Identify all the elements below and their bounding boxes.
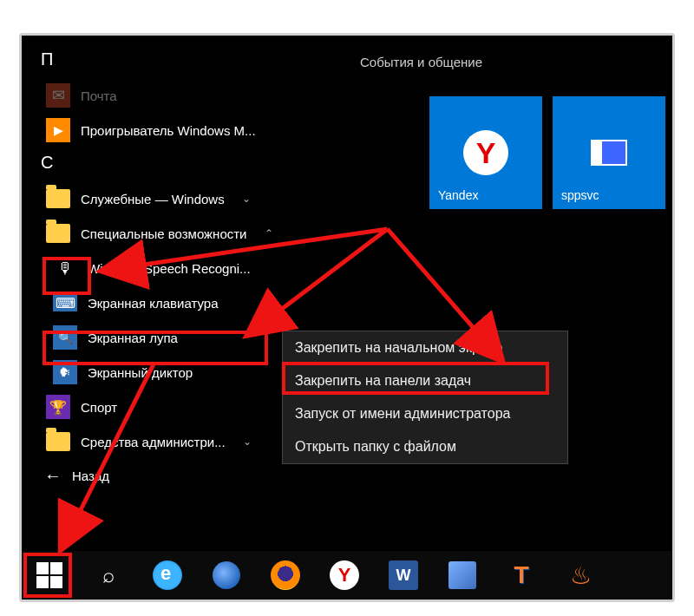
tile-sppsvc[interactable]: sppsvc	[553, 96, 665, 209]
tile-yandex[interactable]: Y Yandex	[429, 96, 542, 209]
context-open-folder[interactable]: Открыть папку с файлом	[283, 430, 567, 463]
tt-icon: T	[514, 561, 528, 589]
app-magnifier[interactable]: Экранная лупа	[39, 320, 317, 355]
wmp-icon	[46, 118, 70, 142]
taskbar-app[interactable]	[442, 556, 483, 594]
taskbar-tt[interactable]: T	[501, 556, 542, 594]
app-label: Спорт	[81, 400, 117, 415]
taskbar-browser[interactable]	[206, 556, 247, 594]
taskbar-burn[interactable]: ♨	[560, 556, 601, 594]
back-button[interactable]: ← Назад	[39, 459, 317, 486]
tile-label: sppsvc	[561, 188, 599, 202]
ie-icon	[153, 560, 182, 590]
app-wmp[interactable]: Проигрыватель Windows M...	[39, 113, 317, 147]
word-icon: W	[389, 560, 418, 590]
context-pin-start[interactable]: Закрепить на начальном экране	[283, 331, 567, 364]
taskbar-search-button[interactable]: ⌕	[88, 556, 129, 594]
app-system-folder[interactable]: Служебные — Windows ⌄	[39, 181, 317, 216]
app-label: Экранный диктор	[88, 365, 193, 380]
app-ease-folder[interactable]: Специальные возможности ⌃	[39, 216, 317, 251]
taskbar-ie[interactable]	[147, 556, 188, 594]
tiles-group-header[interactable]: События и общение	[360, 55, 482, 69]
chevron-down-icon: ⌄	[242, 193, 251, 205]
mail-icon	[46, 83, 70, 108]
magnifier-icon	[53, 325, 77, 350]
globe-icon	[213, 561, 240, 589]
folder-icon	[46, 224, 70, 243]
folder-icon	[46, 432, 70, 451]
sppsvc-icon	[591, 140, 627, 166]
flame-icon: ♨	[570, 561, 592, 590]
app-label: Экранная лупа	[88, 331, 178, 345]
context-pin-taskbar[interactable]: Закрепить на панели задач	[283, 364, 567, 397]
start-button[interactable]	[29, 556, 70, 594]
letter-header-p[interactable]: П	[39, 44, 317, 78]
app-label: Экранная клавиатура	[88, 296, 218, 311]
narrator-icon	[53, 360, 77, 384]
context-run-admin[interactable]: Запуск от имени администратора	[283, 397, 567, 430]
search-icon: ⌕	[102, 563, 115, 587]
app-admin-tools[interactable]: Средства администри... ⌄	[39, 424, 317, 459]
app-label: Windows Speech Recogni...	[88, 261, 251, 276]
windows-logo-icon	[36, 562, 62, 588]
app-onscreen-keyboard[interactable]: Экранная клавиатура	[39, 285, 317, 320]
trophy-icon	[46, 395, 70, 419]
app-label: Специальные возможности	[81, 226, 247, 241]
app-speech[interactable]: Windows Speech Recogni...	[39, 251, 317, 285]
taskbar-firefox[interactable]	[265, 556, 306, 594]
context-menu: Закрепить на начальном экране Закрепить …	[282, 331, 568, 464]
app-mail[interactable]: Почта	[39, 78, 317, 113]
app-label: Служебные — Windows	[81, 192, 225, 206]
tile-label: Yandex	[438, 188, 478, 202]
mic-icon	[53, 256, 77, 280]
taskbar-yandex[interactable]: Y	[324, 556, 365, 594]
firefox-icon	[271, 560, 300, 590]
folder-icon	[46, 189, 70, 208]
app-label: Почта	[81, 88, 117, 103]
letter-header-s[interactable]: С	[39, 147, 317, 181]
keyboard-icon	[53, 294, 77, 311]
app-sport[interactable]: Спорт	[39, 390, 317, 424]
chevron-up-icon: ⌃	[265, 227, 273, 239]
app-label: Проигрыватель Windows M...	[81, 123, 256, 138]
app-label: Средства администри...	[81, 435, 226, 449]
app-icon	[448, 561, 476, 589]
yandex-icon: Y	[330, 560, 359, 590]
app-narrator[interactable]: Экранный диктор	[39, 355, 317, 390]
taskbar-word[interactable]: W	[383, 556, 424, 594]
back-arrow-icon: ←	[44, 466, 62, 486]
taskbar: ⌕ Y W T ♨	[22, 551, 672, 600]
back-label: Назад	[72, 469, 109, 483]
chevron-down-icon: ⌄	[243, 436, 252, 448]
yandex-icon: Y	[463, 130, 508, 175]
